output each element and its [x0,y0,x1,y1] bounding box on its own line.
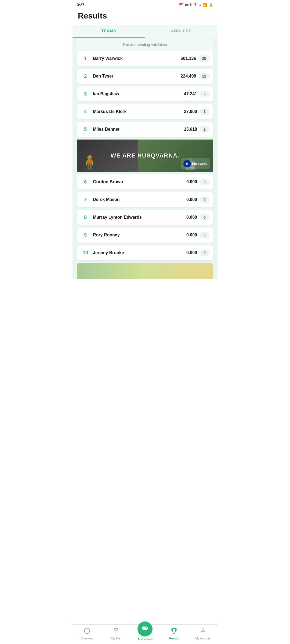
ad-text: WE ARE HUSQVARNA. [111,152,180,159]
table-row: 5 Miles Bennet 15.618 2 [77,122,213,137]
fish-count-3: 2 [200,91,209,97]
alert-icon: ℹ [190,3,191,7]
fish-count-7: 0 [200,196,209,203]
content-area: Results pending validation 1 Barry Warwi… [73,38,218,303]
fish-count-5: 2 [200,126,209,133]
name-5: Miles Bennet [90,127,184,132]
table-row: 4 Markus De Klerk 27.000 1 [77,104,213,119]
score-7: 0.000 [186,197,197,202]
score-9: 0.000 [186,233,197,237]
location-icon: 📍 [193,3,198,7]
results-list: Results pending validation 1 Barry Warwi… [73,38,218,279]
page-title: Results [73,9,218,25]
table-row: 3 Ian Bagshaw 47.241 2 [77,86,213,101]
rank-7: 7 [81,197,90,203]
flag-icon: 🚩 [179,3,183,7]
score-8: 0.000 [186,215,197,220]
name-7: Derek Mason [90,197,186,202]
fish-count-2: 11 [199,73,209,79]
fish-count-10: 0 [200,250,209,256]
name-8: Murray Lynton Edwards [90,215,186,220]
fish-count-6: 0 [200,179,209,185]
name-9: Rory Rooney [90,233,186,237]
score-5: 15.618 [184,127,197,132]
name-10: Jeremy Brooke [90,250,186,255]
score-4: 27.000 [184,109,197,114]
score-10: 0.000 [186,250,197,255]
status-bar: 3:27 🚩 ▭ ℹ 📍 ● 📶 🔋 [73,0,218,9]
status-message: Results pending validation [77,38,213,51]
battery-icon: 🔋 [209,3,213,7]
ad-banner[interactable]: 🧍 🤖 WE ARE HUSQVARNA. H Husqvarna [77,140,213,172]
score-6: 0.000 [186,180,197,184]
fish-count-8: 0 [200,214,209,221]
name-4: Markus De Klerk [90,109,184,114]
name-3: Ian Bagshaw [90,92,184,96]
table-row: 10 Jeremy Brooke 0.000 0 [77,245,213,260]
rank-3: 3 [81,91,90,97]
ad-logo-text: Husqvarna [192,162,207,165]
name-6: Gordon Brown [90,180,186,184]
rank-10: 10 [81,250,90,256]
status-time: 3:27 [77,3,84,7]
score-2: 224.498 [181,74,196,79]
tab-anglers[interactable]: ANGLERS [145,25,218,38]
ad-logo: H Husqvarna [181,158,210,169]
ad-person-icon: 🧍 [79,153,100,172]
rank-1: 1 [81,56,90,61]
bottom-ad-partial [77,263,213,279]
table-row: 1 Barry Warwick 601.136 25 [77,51,213,66]
rank-5: 5 [81,127,90,132]
status-icons: 🚩 ▭ ℹ 📍 ● 📶 🔋 [179,3,213,7]
rank-2: 2 [81,74,90,79]
rank-8: 8 [81,215,90,220]
rank-6: 6 [81,179,90,185]
wifi-icon: 📶 [202,3,207,7]
ad-logo-circle: H [183,160,191,167]
table-row: 8 Murray Lynton Edwards 0.000 0 [77,210,213,225]
rank-4: 4 [81,109,90,115]
name-2: Ben Tyser [90,74,181,79]
name-1: Barry Warwick [90,56,181,61]
table-row: 7 Derek Mason 0.000 0 [77,192,213,207]
rank-9: 9 [81,232,90,238]
score-3: 47.241 [184,92,197,96]
fish-count-4: 1 [200,108,209,115]
fish-count-1: 25 [199,55,209,62]
table-row: 2 Ben Tyser 224.498 11 [77,69,213,84]
table-row: 6 Gordon Brown 0.000 0 [77,174,213,189]
dot-icon: ● [199,3,201,6]
tab-teams[interactable]: TEAMS [73,25,145,38]
sim-icon: ▭ [185,3,189,7]
fish-count-9: 0 [200,232,209,238]
score-1: 601.136 [181,56,196,61]
tabs-container: TEAMS ANGLERS [73,25,218,38]
table-row: 9 Rory Rooney 0.000 0 [77,228,213,243]
